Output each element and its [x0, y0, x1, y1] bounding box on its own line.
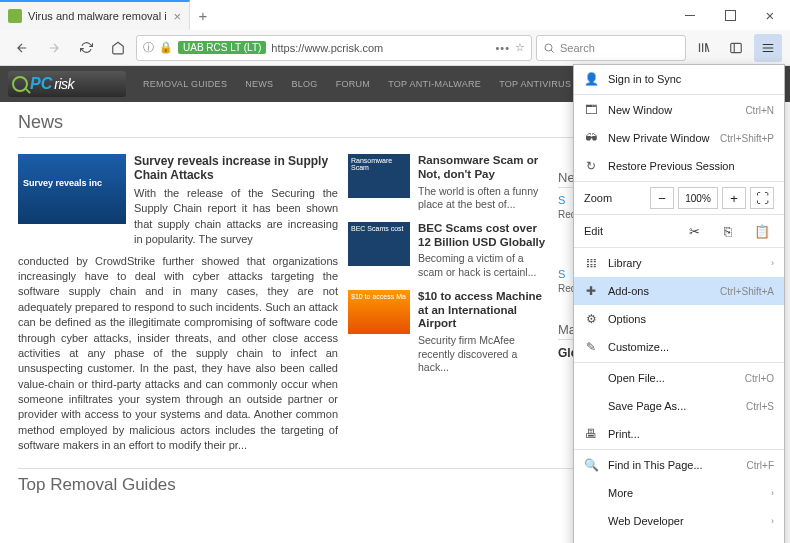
- print-icon: 🖶: [584, 427, 598, 441]
- toolbar: ⓘ 🔒 UAB RCS LT (LT) https://www.pcrisk.c…: [0, 30, 790, 66]
- menu-help[interactable]: ? Help ›: [574, 535, 784, 543]
- bookmark-star-icon[interactable]: ☆: [515, 41, 525, 54]
- menu-library[interactable]: 𝍖 Library ›: [574, 249, 784, 277]
- magnifier-icon: [12, 76, 28, 92]
- menu-private-window[interactable]: 🕶 New Private Window Ctrl+Shift+P: [574, 124, 784, 152]
- minimize-button[interactable]: [670, 0, 710, 30]
- article-main[interactable]: Survey reveals inc Survey reveals increa…: [18, 154, 338, 248]
- library-button[interactable]: [690, 34, 718, 62]
- svg-point-0: [545, 44, 552, 51]
- article-thumb: $10 to access Ma: [348, 290, 410, 334]
- window-icon: 🗔: [584, 103, 598, 117]
- zoom-out-button[interactable]: −: [650, 187, 674, 209]
- search-icon: 🔍: [584, 458, 598, 472]
- search-placeholder: Search: [560, 42, 595, 54]
- cut-button[interactable]: ✂: [682, 220, 706, 242]
- nav-forum[interactable]: FORUM: [327, 79, 380, 89]
- favicon-icon: [8, 9, 22, 23]
- lock-icon: 🔒: [159, 41, 173, 54]
- arrow-left-icon: [15, 41, 29, 55]
- forward-button[interactable]: [40, 34, 68, 62]
- menu-more[interactable]: More ›: [574, 479, 784, 507]
- menu-open-file[interactable]: Open File... Ctrl+O: [574, 364, 784, 392]
- article-lead: With the release of the Securing the Sup…: [134, 186, 338, 248]
- nav-antimalware[interactable]: TOP ANTI-MALWARE: [379, 79, 490, 89]
- article-title: Survey reveals increase in Supply Chain …: [134, 154, 338, 182]
- article-title: BEC Scams cost over 12 Billion USD Globa…: [418, 222, 548, 250]
- close-window-button[interactable]: ×: [750, 0, 790, 30]
- article-snippet: The world is often a funny place at the …: [418, 185, 548, 212]
- maximize-button[interactable]: [710, 0, 750, 30]
- article-item[interactable]: $10 to access Ma $10 to access Machine a…: [348, 290, 548, 375]
- library-icon: [697, 40, 712, 55]
- paint-icon: ✎: [584, 340, 598, 354]
- home-icon: [111, 41, 125, 55]
- menu-print[interactable]: 🖶 Print...: [574, 420, 784, 448]
- menu-options[interactable]: ⚙ Options: [574, 305, 784, 333]
- article-thumb: BEC Scams cost: [348, 222, 410, 266]
- library-icon: 𝍖: [584, 256, 598, 270]
- app-menu-button[interactable]: [754, 34, 782, 62]
- nav-blog[interactable]: BLOG: [282, 79, 326, 89]
- chevron-right-icon: ›: [771, 516, 774, 526]
- menu-customize[interactable]: ✎ Customize...: [574, 333, 784, 361]
- site-logo[interactable]: PC risk: [8, 71, 126, 97]
- home-button[interactable]: [104, 34, 132, 62]
- restore-icon: ↻: [584, 159, 598, 173]
- menu-save-page[interactable]: Save Page As... Ctrl+S: [574, 392, 784, 420]
- menu-new-window[interactable]: 🗔 New Window Ctrl+N: [574, 96, 784, 124]
- menu-find[interactable]: 🔍 Find in This Page... Ctrl+F: [574, 451, 784, 479]
- article-thumb: Survey reveals inc: [18, 154, 126, 224]
- zoom-level[interactable]: 100%: [678, 187, 718, 209]
- article-title: $10 to access Machine at an Internationa…: [418, 290, 548, 331]
- menu-zoom: Zoom − 100% + ⛶: [574, 183, 784, 213]
- menu-edit: Edit ✂ ⎘ 📋: [574, 216, 784, 246]
- arrow-right-icon: [47, 41, 61, 55]
- new-tab-button[interactable]: +: [190, 0, 216, 30]
- reload-icon: [80, 41, 93, 54]
- back-button[interactable]: [8, 34, 36, 62]
- article-snippet: Security firm McAfee recently discovered…: [418, 334, 548, 375]
- search-bar[interactable]: Search: [536, 35, 686, 61]
- gear-icon: ⚙: [584, 312, 598, 326]
- page-actions-icon[interactable]: •••: [495, 42, 510, 54]
- article-item[interactable]: BEC Scams cost BEC Scams cost over 12 Bi…: [348, 222, 548, 280]
- url-text: https://www.pcrisk.com: [271, 42, 490, 54]
- svg-rect-1: [731, 43, 742, 52]
- browser-tab[interactable]: Virus and malware removal ins ×: [0, 0, 190, 30]
- mask-icon: 🕶: [584, 131, 598, 145]
- logo-pc: PC: [30, 75, 52, 93]
- logo-risk: risk: [54, 76, 74, 92]
- sidebar-icon: [729, 41, 743, 55]
- tab-title: Virus and malware removal ins: [28, 10, 167, 22]
- chevron-right-icon: ›: [771, 258, 774, 268]
- article-title: Ransomware Scam or Not, don't Pay: [418, 154, 548, 182]
- menu-restore[interactable]: ↻ Restore Previous Session: [574, 152, 784, 180]
- search-icon: [543, 42, 555, 54]
- close-icon[interactable]: ×: [173, 9, 181, 24]
- window-controls: ×: [670, 0, 790, 30]
- puzzle-icon: ✚: [584, 284, 598, 298]
- nav-removal-guides[interactable]: REMOVAL GUIDES: [134, 79, 236, 89]
- paste-button[interactable]: 📋: [750, 220, 774, 242]
- menu-web-developer[interactable]: Web Developer ›: [574, 507, 784, 535]
- copy-button[interactable]: ⎘: [716, 220, 740, 242]
- article-thumb: Ransomware Scam: [348, 154, 410, 198]
- menu-signin[interactable]: 👤 Sign in to Sync: [574, 65, 784, 93]
- app-menu: 👤 Sign in to Sync 🗔 New Window Ctrl+N 🕶 …: [573, 64, 785, 543]
- titlebar: Virus and malware removal ins × + ×: [0, 0, 790, 30]
- chevron-right-icon: ›: [771, 488, 774, 498]
- user-icon: 👤: [584, 72, 598, 86]
- info-icon[interactable]: ⓘ: [143, 40, 154, 55]
- article-item[interactable]: Ransomware Scam Ransomware Scam or Not, …: [348, 154, 548, 212]
- nav-news[interactable]: NEWS: [236, 79, 282, 89]
- hamburger-icon: [761, 41, 775, 55]
- article-snippet: Becoming a victim of a scam or hack is c…: [418, 252, 548, 279]
- url-bar[interactable]: ⓘ 🔒 UAB RCS LT (LT) https://www.pcrisk.c…: [136, 35, 532, 61]
- zoom-in-button[interactable]: +: [722, 187, 746, 209]
- ev-cert-badge[interactable]: UAB RCS LT (LT): [178, 41, 266, 54]
- fullscreen-button[interactable]: ⛶: [750, 187, 774, 209]
- sidebar-button[interactable]: [722, 34, 750, 62]
- menu-addons[interactable]: ✚ Add-ons Ctrl+Shift+A: [574, 277, 784, 305]
- reload-button[interactable]: [72, 34, 100, 62]
